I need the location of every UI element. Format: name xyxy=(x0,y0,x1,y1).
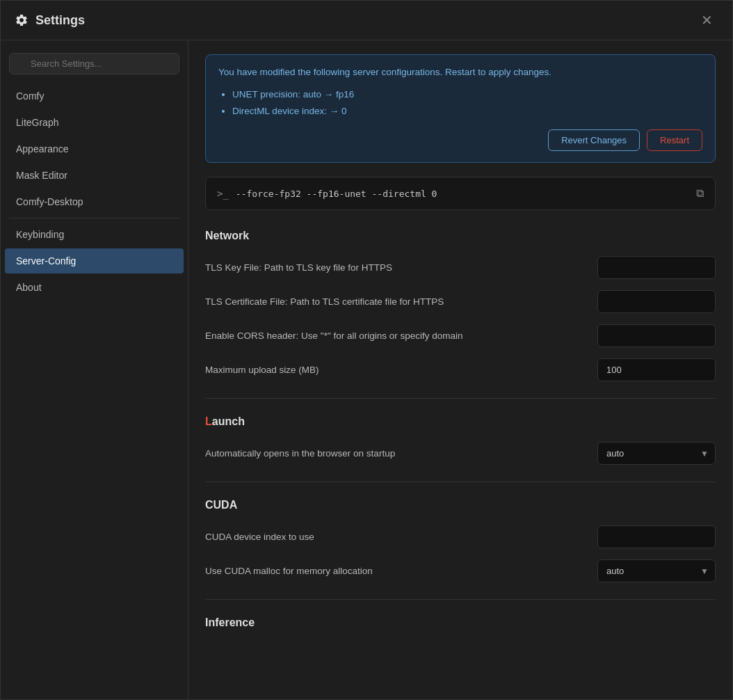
cuda-device-label: CUDA device index to use xyxy=(205,532,583,542)
launch-header: Launch xyxy=(205,415,716,428)
max-upload-input[interactable] xyxy=(597,358,716,381)
cors-label: Enable CORS header: Use "*" for all orig… xyxy=(205,331,583,341)
sidebar-item-litegraph[interactable]: LiteGraph xyxy=(5,110,184,135)
content-area: 🔍 Comfy LiteGraph Appearance Mask Editor… xyxy=(1,40,732,699)
sidebar: 🔍 Comfy LiteGraph Appearance Mask Editor… xyxy=(1,40,188,699)
close-button[interactable]: ✕ xyxy=(695,10,718,30)
cuda-malloc-select[interactable]: auto true false xyxy=(597,559,716,582)
settings-window: Settings ✕ 🔍 Comfy LiteGraph Appearance … xyxy=(0,0,733,700)
notification-banner: You have modified the following server c… xyxy=(205,54,716,163)
tls-cert-label: TLS Certificate File: Path to TLS certif… xyxy=(205,296,583,307)
inference-section: Inference xyxy=(205,617,716,629)
sidebar-item-mask-editor[interactable]: Mask Editor xyxy=(5,163,184,188)
launch-header-accent: L xyxy=(205,415,212,427)
banner-change-item: DirectML device index: → 0 xyxy=(232,103,702,120)
network-header: Network xyxy=(205,230,716,242)
cuda-device-input[interactable] xyxy=(597,525,716,548)
auto-launch-label: Automatically opens in the browser on st… xyxy=(205,448,583,459)
cuda-section: CUDA CUDA device index to use Use CUDA m… xyxy=(205,499,716,582)
page-title: Settings xyxy=(35,13,85,28)
main-content: You have modified the following server c… xyxy=(188,40,732,699)
tls-cert-input[interactable] xyxy=(597,290,716,313)
banner-changes-list: UNET precision: auto → fp16 DirectML dev… xyxy=(218,86,702,120)
cors-row: Enable CORS header: Use "*" for all orig… xyxy=(205,324,716,347)
sidebar-item-comfy-desktop[interactable]: Comfy-Desktop xyxy=(5,189,184,214)
command-bar: >_ --force-fp32 --fp16-unet --directml 0… xyxy=(205,177,716,210)
max-upload-row: Maximum upload size (MB) xyxy=(205,358,716,381)
auto-launch-select[interactable]: auto true false xyxy=(597,442,716,465)
banner-title: You have modified the following server c… xyxy=(218,66,702,79)
launch-cuda-divider xyxy=(205,482,716,482)
cuda-header: CUDA xyxy=(205,499,716,511)
tls-cert-row: TLS Certificate File: Path to TLS certif… xyxy=(205,290,716,313)
sidebar-item-server-config[interactable]: Server-Config xyxy=(5,248,184,273)
inference-header: Inference xyxy=(205,617,716,629)
launch-section: Launch Automatically opens in the browse… xyxy=(205,415,716,465)
launch-header-rest: aunch xyxy=(212,415,245,427)
sidebar-item-comfy[interactable]: Comfy xyxy=(5,83,184,109)
tls-key-input[interactable] xyxy=(597,256,716,279)
sidebar-item-about[interactable]: About xyxy=(5,275,184,300)
cuda-device-row: CUDA device index to use xyxy=(205,525,716,548)
restart-button[interactable]: Restart xyxy=(647,129,702,151)
search-input[interactable] xyxy=(9,53,179,74)
network-launch-divider xyxy=(205,398,716,399)
command-text: --force-fp32 --fp16-unet --directml 0 xyxy=(236,189,437,199)
banner-change-item: UNET precision: auto → fp16 xyxy=(232,86,702,103)
gear-icon xyxy=(15,13,29,27)
revert-changes-button[interactable]: Revert Changes xyxy=(548,129,640,151)
cuda-malloc-label: Use CUDA malloc for memory allocation xyxy=(205,566,583,576)
sidebar-item-appearance[interactable]: Appearance xyxy=(5,136,184,161)
title-bar: Settings ✕ xyxy=(1,1,732,40)
network-section: Network TLS Key File: Path to TLS key fi… xyxy=(205,230,716,381)
tls-key-row: TLS Key File: Path to TLS key file for H… xyxy=(205,256,716,279)
cuda-inference-divider xyxy=(205,599,716,600)
auto-launch-row: Automatically opens in the browser on st… xyxy=(205,442,716,465)
prompt-icon: >_ xyxy=(217,188,229,199)
cors-input[interactable] xyxy=(597,324,716,347)
sidebar-item-keybinding[interactable]: Keybinding xyxy=(5,222,184,247)
max-upload-label: Maximum upload size (MB) xyxy=(205,365,583,375)
copy-command-button[interactable]: ⧉ xyxy=(696,187,704,200)
search-container: 🔍 xyxy=(1,47,188,83)
tls-key-label: TLS Key File: Path to TLS key file for H… xyxy=(205,262,583,273)
nav-divider xyxy=(9,218,179,218)
cuda-malloc-row: Use CUDA malloc for memory allocation au… xyxy=(205,559,716,582)
